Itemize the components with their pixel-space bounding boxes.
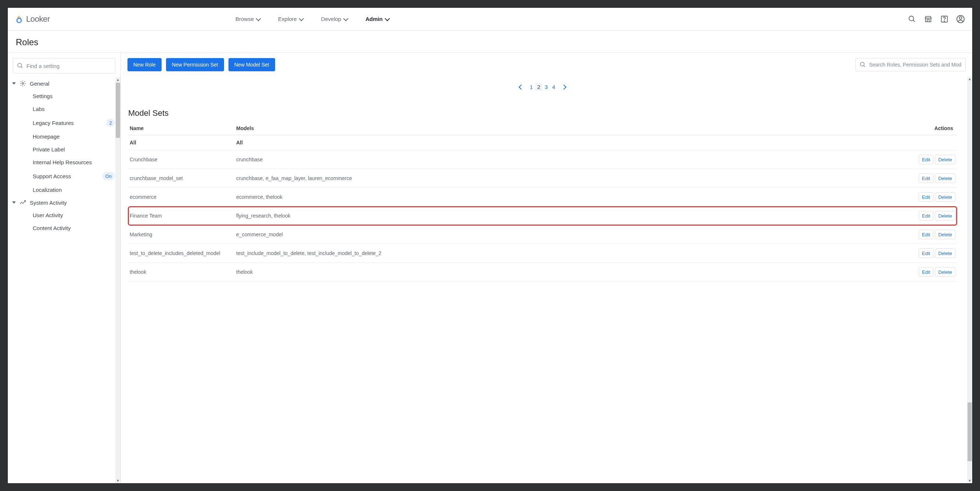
edit-button[interactable]: Edit	[919, 155, 933, 164]
filter-input[interactable]	[869, 62, 962, 68]
cell-name[interactable]: thelook	[128, 263, 235, 282]
nav-admin-label: Admin	[366, 16, 383, 22]
page-link-3[interactable]: 3	[542, 83, 550, 91]
table-row: Marketinge_commerce_modelEditDelete	[128, 225, 957, 244]
sidebar-section-label: General	[30, 80, 49, 87]
delete-button[interactable]: Delete	[935, 211, 955, 220]
label: Settings	[33, 93, 52, 99]
count-badge: 2	[107, 119, 115, 127]
delete-button[interactable]: Delete	[935, 155, 955, 164]
cell-name[interactable]: test_to_delete_includes_deleted_model	[128, 244, 235, 263]
table-row: ecommerceecommerce, thelookEditDelete	[128, 188, 957, 207]
cell-name[interactable]: ecommerce	[128, 188, 235, 207]
page-next-icon[interactable]	[561, 84, 566, 89]
label: Labs	[33, 106, 45, 112]
marketplace-icon[interactable]	[924, 15, 932, 24]
expand-triangle-icon	[12, 82, 16, 84]
scroll-down-arrow-icon[interactable]: ▼	[967, 478, 972, 483]
sidebar-item-localization[interactable]: Localization	[8, 183, 121, 196]
content-scrollbar-thumb[interactable]	[967, 402, 972, 461]
filter-box[interactable]	[856, 58, 966, 71]
svg-point-2	[18, 17, 19, 18]
cell-actions: EditDelete	[898, 169, 957, 188]
cell-models: flying_research, thelook	[235, 207, 898, 225]
sidebar-item-homepage[interactable]: Homepage	[8, 130, 121, 143]
cell-models: crunchbase	[235, 150, 898, 169]
sidebar-item-labs[interactable]: Labs	[8, 102, 121, 115]
nav-admin[interactable]: Admin	[366, 16, 389, 22]
cell-actions: EditDelete	[898, 263, 957, 282]
sidebar-section-system-activity[interactable]: System Activity	[8, 196, 121, 209]
sidebar-section-label: System Activity	[30, 199, 67, 206]
sidebar-item-private-label[interactable]: Private Label	[8, 143, 121, 156]
cell-name[interactable]: All	[128, 135, 235, 150]
content-scroll: ▲ ▼ 1234 Model Sets Name Models Ac	[121, 77, 972, 483]
delete-button[interactable]: Delete	[935, 174, 955, 183]
sidebar-item-support-access[interactable]: Support Access On	[8, 169, 121, 183]
label: Content Activity	[33, 225, 70, 231]
sidebar-item-legacy-features[interactable]: Legacy Features 2	[8, 115, 121, 130]
svg-line-11	[21, 67, 22, 68]
cell-actions: EditDelete	[898, 188, 957, 207]
label: Homepage	[33, 134, 59, 140]
gear-icon	[19, 80, 26, 87]
delete-button[interactable]: Delete	[935, 192, 955, 202]
label: Legacy Features	[33, 120, 74, 126]
nav-develop[interactable]: Develop	[321, 16, 347, 22]
sidebar-item-settings[interactable]: Settings	[8, 90, 121, 102]
page-link-1[interactable]: 1	[527, 83, 535, 91]
table-row: AllAll	[128, 135, 957, 150]
table-header-name[interactable]: Name	[128, 122, 235, 135]
cell-name[interactable]: Marketing	[128, 225, 235, 244]
sidebar-search-input[interactable]	[27, 63, 111, 69]
delete-button[interactable]: Delete	[935, 267, 955, 277]
nav-browse[interactable]: Browse	[235, 16, 260, 22]
scroll-down-arrow-icon[interactable]: ▼	[115, 478, 121, 483]
sidebar-section-general[interactable]: General	[8, 77, 121, 90]
page-prev-icon[interactable]	[519, 84, 524, 89]
sidebar-item-content-activity[interactable]: Content Activity	[8, 222, 121, 234]
scroll-up-arrow-icon[interactable]: ▲	[115, 77, 121, 82]
cell-name[interactable]: Finance Team	[128, 207, 235, 225]
new-role-button[interactable]: New Role	[127, 58, 162, 71]
scroll-up-arrow-icon[interactable]: ▲	[967, 77, 972, 81]
table-row: Finance Teamflying_research, thelookEdit…	[128, 207, 957, 225]
cell-models: e_commerce_model	[235, 225, 898, 244]
main-nav: Browse Explore Develop Admin	[235, 16, 389, 22]
user-avatar-icon[interactable]	[956, 15, 965, 24]
svg-point-3	[17, 18, 21, 22]
sidebar-scrollbar-track[interactable]: ▲ ▼	[115, 77, 121, 483]
edit-button[interactable]: Edit	[919, 267, 933, 277]
logo[interactable]: Looker	[15, 14, 136, 24]
edit-button[interactable]: Edit	[919, 249, 933, 258]
nav-explore[interactable]: Explore	[278, 16, 303, 22]
page-link-2[interactable]: 2	[535, 83, 542, 91]
cell-name[interactable]: Crunchbase	[128, 150, 235, 169]
sidebar-item-user-activity[interactable]: User Activity	[8, 209, 121, 222]
cell-actions: EditDelete	[898, 244, 957, 263]
edit-button[interactable]: Edit	[919, 230, 933, 239]
sidebar-search-box[interactable]	[13, 58, 115, 73]
cell-name[interactable]: crunchbase_model_set	[128, 169, 235, 188]
new-model-set-button[interactable]: New Model Set	[229, 58, 275, 71]
search-icon[interactable]	[908, 15, 916, 24]
edit-button[interactable]: Edit	[919, 192, 933, 202]
new-permission-set-button[interactable]: New Permission Set	[166, 58, 224, 71]
sidebar-scrollbar-thumb[interactable]	[116, 83, 120, 138]
table-header-models[interactable]: Models	[235, 122, 898, 135]
page-link-4[interactable]: 4	[550, 83, 557, 91]
help-icon[interactable]	[940, 15, 949, 24]
edit-button[interactable]: Edit	[919, 211, 933, 220]
delete-button[interactable]: Delete	[935, 249, 955, 258]
main-content: New Role New Permission Set New Model Se…	[121, 53, 972, 483]
edit-button[interactable]: Edit	[919, 174, 933, 183]
svg-line-5	[913, 20, 915, 22]
svg-point-7	[944, 21, 944, 21]
cell-models: All	[235, 135, 898, 150]
label: Internal Help Resources	[33, 159, 92, 166]
sidebar-item-internal-help[interactable]: Internal Help Resources	[8, 156, 121, 169]
sidebar-scroll: ▲ ▼ General Settings Labs Legacy Feature…	[8, 77, 121, 483]
svg-point-10	[18, 63, 22, 67]
content-scrollbar-track[interactable]: ▲ ▼	[967, 77, 972, 483]
delete-button[interactable]: Delete	[935, 230, 955, 239]
